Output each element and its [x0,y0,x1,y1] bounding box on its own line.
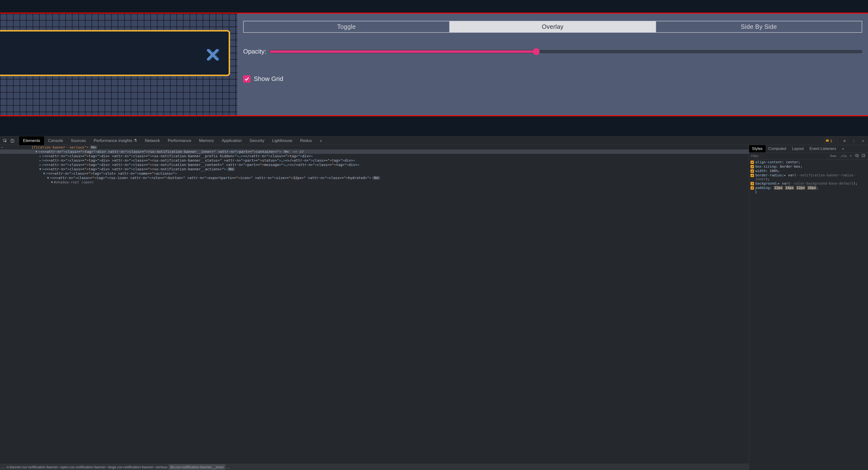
tab-performance[interactable]: Performance [164,137,195,145]
tab-redux[interactable]: Redux [296,137,316,145]
styles-tab-layout[interactable]: Layout [789,145,806,152]
tab-elements[interactable]: Elements [19,137,44,145]
gap-below [0,116,868,136]
tab-security[interactable]: Security [246,137,268,145]
tab-lighthouse[interactable]: Lighthouse [268,137,296,145]
dom-tree[interactable]: ⋯ ification-banner--serious">flex ▼><>>a… [0,145,749,464]
svg-rect-10 [857,155,859,157]
warning-icon: ! [826,139,829,143]
rule-checkbox[interactable] [750,174,754,177]
crumb-trailing[interactable]: … [225,465,231,469]
rule-checkbox[interactable] [750,182,754,185]
rule-checkbox[interactable] [750,169,754,173]
css-close-brace: } [749,190,868,194]
controls-panel: Toggle Overlay Side By Side Opacity: Sho… [237,13,868,115]
ellipsis-icon[interactable]: ⋯ [1,145,3,149]
css-rule[interactable]: border-radius:▸ var(--notification-banne… [749,173,868,181]
breadcrumb[interactable]: … n-banner.rux-notification-banner--open… [0,464,749,470]
tab-sources[interactable]: Sources [67,137,90,145]
hov-toggle[interactable]: :hov [828,154,838,158]
gear-icon[interactable]: ⚙ [842,138,847,143]
devtools: Elements Console Sources Performance ins… [0,136,868,470]
inspect-icon[interactable] [2,138,8,143]
show-grid-row: Show Grid [243,75,862,83]
dom-line[interactable]: ▸><>>attr-n>">class>=">tag>">div> >attr-… [0,163,749,167]
notification-banner [0,30,230,76]
dom-line[interactable]: ▼><>>attr-n>">class>=">tag>">rux-icon> >… [0,176,749,180]
tab-memory[interactable]: Memory [195,137,218,145]
top-gap [0,0,868,12]
mode-tab-sidebyside[interactable]: Side By Side [656,21,862,32]
rule-checkbox[interactable] [750,186,754,190]
css-rule[interactable]: padding: 12px 14px 12px 16px; [749,185,868,190]
show-grid-checkbox[interactable] [243,75,250,83]
css-rule[interactable]: box-sizing: border-box; [749,164,868,169]
tab-application[interactable]: Application [218,137,246,145]
new-rule-button[interactable]: + [848,154,853,158]
cls-toggle[interactable]: .cls [838,154,848,158]
device-icon[interactable] [10,138,15,143]
opacity-slider-thumb[interactable] [533,48,539,55]
crumb-dots[interactable]: … [0,465,6,469]
kebab-icon[interactable]: ⋮ [851,138,857,143]
css-rule[interactable]: align-content: center; [749,160,868,164]
styles-tab-computed[interactable]: Computed [766,145,789,152]
svg-rect-6 [12,140,14,143]
styles-tab-more[interactable]: » [839,145,847,152]
styles-panel: Styles Computed Layout Event Listeners »… [749,145,868,470]
styles-filter-row: :hov .cls + [749,153,868,159]
panel-toggle-icon[interactable] [860,153,867,159]
show-grid-label: Show Grid [254,75,283,83]
css-rule[interactable]: background:▸ var(--color-background-base… [749,181,868,185]
dom-line[interactable]: ▸><>>attr-n>">class>=">tag>">div> >attr-… [0,158,749,163]
dom-line[interactable]: ▼><>>attr-n>">class>=">tag>">slot> >attr… [0,171,749,176]
svg-rect-11 [862,154,865,157]
dom-line[interactable]: ▸><>>attr-n>">class>=">tag>">div> >attr-… [0,154,749,158]
styles-tabs: Styles Computed Layout Event Listeners » [749,145,868,153]
css-rules[interactable]: align-content: center; box-sizing: borde… [749,159,868,470]
mode-tabs: Toggle Overlay Side By Side [243,21,862,33]
close-devtools-icon[interactable]: ✕ [860,138,866,143]
device-icon[interactable] [854,153,860,159]
tab-more[interactable]: » [316,137,326,145]
devtools-tabs: Elements Console Sources Performance ins… [0,137,868,145]
flask-icon: ⚗ [133,138,137,143]
preview-canvas[interactable] [0,13,237,115]
styles-filter-input[interactable] [749,154,826,158]
opacity-label: Opacity: [243,48,266,55]
dom-line[interactable]: ▼><>>attr-n>">class>=">tag>">div> >attr-… [0,167,749,171]
dom-line-selected[interactable]: ▼><>>attr-n>">class>=">tag>">div> >attr-… [0,149,749,154]
crumb-item[interactable]: n-banner.rux-notification-banner--open.r… [6,465,168,469]
rule-checkbox[interactable] [750,160,754,164]
preview-region: Toggle Overlay Side By Side Opacity: Sho… [0,13,868,115]
mode-tab-overlay[interactable]: Overlay [449,21,655,32]
warnings-badge[interactable]: ! 1 [824,138,834,143]
css-rule[interactable]: width: 100%; [749,169,868,173]
crumb-active[interactable]: div.rux-notification-banner__inner [168,464,226,470]
dom-line[interactable]: ▼#shadow-root (open) [0,180,749,184]
rule-checkbox[interactable] [750,165,754,168]
opacity-slider-fill [270,50,536,53]
elements-panel: ⋯ ification-banner--serious">flex ▼><>>a… [0,145,749,470]
mode-tab-toggle[interactable]: Toggle [244,21,449,32]
tab-console[interactable]: Console [44,137,67,145]
opacity-slider[interactable] [270,50,862,53]
dom-line[interactable]: ⋯ ification-banner--serious">flex [0,145,749,149]
styles-tab-events[interactable]: Event Listeners [806,145,839,152]
svg-text:!: ! [827,140,827,141]
close-icon[interactable] [206,48,219,62]
tab-network[interactable]: Network [141,137,164,145]
styles-tab-styles[interactable]: Styles [749,145,766,152]
opacity-row: Opacity: [243,48,862,55]
tab-perf-insights[interactable]: Performance insights ⚗ [90,136,141,145]
